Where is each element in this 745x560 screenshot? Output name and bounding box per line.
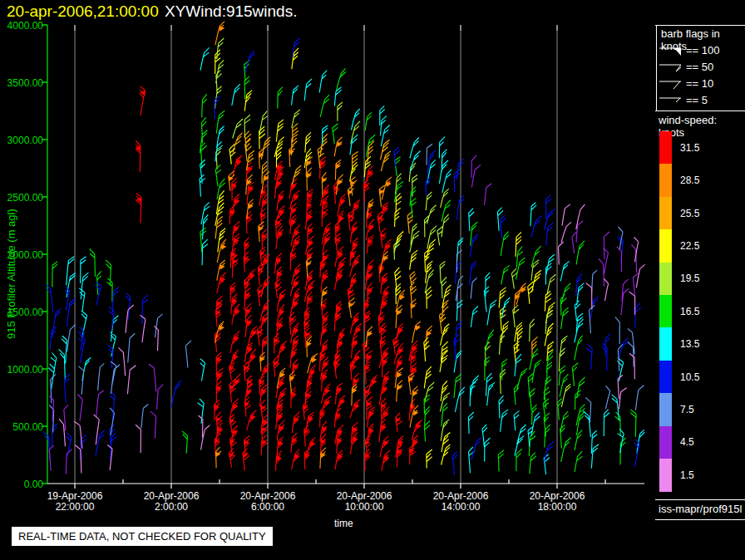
- x-tick-time: 18:00:00: [520, 502, 595, 513]
- colorbar-label: 4.5: [680, 436, 694, 448]
- barb-10-icon: [659, 77, 683, 91]
- barb-5-icon: [659, 94, 683, 107]
- barb-flag-value: == 5: [686, 94, 708, 106]
- y-axis-label: 915 Profiler Altitude (m agl): [5, 209, 17, 339]
- colorbar-swatch: [659, 131, 672, 165]
- gridlines: [75, 25, 557, 484]
- wind-barb-layer: [48, 47, 644, 474]
- x-tick-label: 20-Apr-200610:00:00: [327, 491, 402, 513]
- y-tick-label: 1500.00: [0, 307, 43, 318]
- colorbar-label: 28.5: [680, 174, 699, 186]
- source-label: iss-mapr/prof915l: [659, 503, 742, 515]
- y-tick-label: 2500.00: [0, 192, 43, 204]
- source-divider-top: [655, 499, 745, 500]
- colorbar-swatch: [659, 164, 672, 197]
- colorbar-swatch: [659, 197, 672, 230]
- y-tick-label: 4000.00: [0, 20, 43, 32]
- colorbar-label: 13.5: [680, 338, 699, 350]
- x-tick-time: 6:00:00: [230, 502, 305, 513]
- colorbar-swatch: [659, 361, 672, 394]
- y-tick-label: 500.00: [0, 421, 43, 433]
- source-divider-bottom: [655, 519, 745, 520]
- y-tick-label: 3000.00: [0, 135, 43, 146]
- colorbar-label: 19.5: [680, 273, 699, 284]
- x-tick-label: 20-Apr-200614:00:00: [423, 491, 498, 513]
- legend-divider-top: [655, 25, 745, 26]
- barb-flag-legend-item: == 100: [659, 43, 745, 60]
- x-tick-label: 20-Apr-20062:00:00: [134, 491, 209, 513]
- colorbar-label: 31.5: [680, 142, 699, 154]
- wind-barb-layer: [52, 60, 636, 474]
- wind-barb-plot: [0, 0, 745, 560]
- barb-flag-legend-item: == 50: [659, 60, 745, 76]
- y-tick-label: 0.00: [0, 479, 43, 490]
- wind-barb-layer: [49, 144, 644, 435]
- colorbar-label: 22.5: [680, 240, 699, 252]
- x-tick-time: 22:00:00: [37, 502, 112, 513]
- legend-divider-left: [656, 25, 657, 111]
- flag-50-icon: [659, 61, 683, 74]
- colorbar-swatch: [659, 263, 672, 296]
- colorbar-swatch: [659, 426, 672, 459]
- x-tick-time: 14:00:00: [423, 502, 498, 513]
- colorbar-label: 16.5: [680, 306, 699, 317]
- x-axis-label: time: [334, 518, 353, 529]
- colorbar-label: 25.5: [680, 208, 699, 219]
- x-tick-label: 19-Apr-200622:00:00: [37, 491, 112, 513]
- colorbar-swatch: [659, 229, 672, 263]
- x-tick-label: 20-Apr-20066:00:00: [230, 491, 305, 513]
- colorbar-swatch: [659, 459, 672, 492]
- top-axis-ticks: [75, 25, 557, 31]
- barb-flag-value: == 10: [686, 77, 713, 90]
- x-tick-label: 20-Apr-200618:00:00: [520, 491, 595, 513]
- flag-100-icon: [659, 44, 683, 57]
- barb-flag-value: == 50: [686, 61, 713, 73]
- colorbar-label: 7.5: [680, 404, 694, 415]
- x-tick-time: 2:00:00: [134, 502, 209, 513]
- barb-flag-legend-item: == 10: [659, 76, 745, 93]
- colorbar-label: 10.5: [680, 371, 699, 383]
- quality-warning: REAL-TIME DATA, NOT CHECKED FOR QUALITY: [12, 527, 273, 546]
- x-axis: [47, 479, 644, 489]
- x-tick-time: 10:00:00: [327, 502, 402, 513]
- colorbar-swatch: [659, 327, 672, 361]
- wind-barb-layer: [43, 38, 641, 475]
- wind-profiler-screen: 20-apr-2006,21:00:00 XYWind:915winds. 91…: [0, 0, 745, 560]
- y-tick-label: 3500.00: [0, 77, 43, 89]
- wind-barb-pennants: [136, 91, 422, 461]
- barb-flag-legend-item: == 5: [659, 93, 745, 110]
- y-tick-label: 1000.00: [0, 364, 43, 376]
- colorbar-swatch: [659, 393, 672, 426]
- colorbar-label: 1.5: [680, 469, 694, 481]
- y-tick-label: 2000.00: [0, 249, 43, 261]
- barb-flag-value: == 100: [686, 44, 720, 56]
- legend-divider-mid: [655, 111, 745, 111]
- colorbar-swatch: [659, 295, 672, 328]
